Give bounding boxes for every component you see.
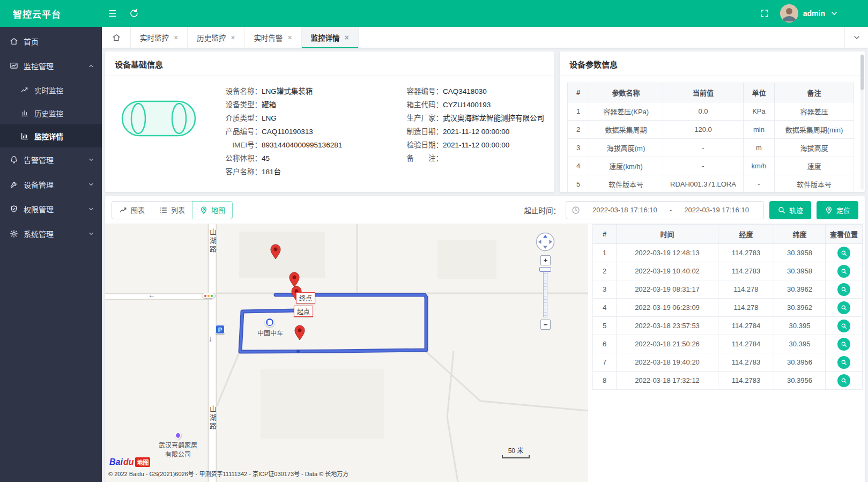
close-icon[interactable]: × (287, 34, 292, 41)
logo-text: Bai (109, 457, 123, 467)
track-row: 12022-03-19 12:48:13114.278330.3958 (593, 244, 863, 262)
view-location-button[interactable] (837, 301, 850, 314)
sidebar-item-realtime-monitor[interactable]: 实时监控 (0, 78, 102, 101)
chart-icon (119, 206, 128, 214)
track-row: 22022-03-19 10:40:02114.278330.3958 (593, 262, 863, 280)
cell: 容器差压 (775, 102, 854, 121)
tab-history-monitor[interactable]: 历史监控 × (188, 27, 244, 48)
zoom-slider-track[interactable] (543, 267, 547, 317)
column-header: 查看位置 (826, 225, 863, 244)
user-menu-chevron-icon[interactable] (830, 9, 839, 18)
close-icon[interactable]: × (174, 34, 178, 41)
sidebar-item-home[interactable]: 首页 (0, 29, 102, 54)
sidebar-label: 告警管理 (24, 154, 54, 165)
baidu-logo: Baidu地图 (109, 457, 150, 467)
sidebar-label: 监控详情 (34, 131, 63, 142)
sidebar-item-permission-management[interactable]: 权限管理 (0, 197, 102, 221)
locate-button[interactable]: 定位 (817, 201, 858, 219)
sidebar-item-system-management[interactable]: 系统管理 (0, 221, 102, 246)
cell: RDAH001.371.LORA (663, 175, 744, 192)
search-icon (777, 206, 786, 214)
cell: 海拔高度(m) (589, 139, 663, 157)
start-time-value[interactable]: 2022-03-18 17:16:10 (583, 206, 666, 214)
sidebar-item-alarm-management[interactable]: 告警管理 (0, 147, 102, 172)
map-canvas[interactable]: 终点 起点 中国中车 P ← ↓ 山湖路 山湖路 (105, 224, 588, 482)
map-marker[interactable] (294, 324, 306, 343)
view-location-button[interactable] (837, 374, 850, 387)
field-label: 检验日期： (396, 138, 443, 152)
tab-home[interactable] (102, 27, 131, 48)
map-pan-control[interactable] (535, 232, 555, 252)
road-direction-arrow: ↓ (209, 335, 212, 343)
button-label: 图表 (131, 205, 145, 215)
tab-list-dropdown-button[interactable] (844, 27, 868, 48)
tab-realtime-monitor[interactable]: 实时监控 × (131, 27, 188, 48)
logo-text: du (123, 457, 134, 467)
params-scrollbar[interactable] (860, 54, 864, 190)
field-label: 公称体积： (214, 152, 262, 165)
cell: 5 (593, 317, 617, 335)
collapse-sidebar-button[interactable] (102, 0, 123, 27)
view-location-button[interactable] (837, 320, 850, 332)
tab-realtime-alarm[interactable]: 实时告警 × (244, 27, 301, 48)
time-range-input[interactable]: 2022-03-18 17:16:10 - 2022-03-19 17:16:1… (566, 201, 764, 219)
cell: 114.278 (718, 280, 774, 299)
sidebar-label: 权限管理 (24, 204, 54, 214)
view-location-button[interactable] (837, 356, 850, 369)
menu-fold-icon (108, 9, 117, 18)
params-row: 3海拔高度(m)-m海拔高度 (568, 139, 854, 157)
list-view-button[interactable]: 列表 (152, 201, 192, 219)
view-location-button[interactable] (837, 338, 850, 351)
search-icon (841, 323, 847, 329)
zoom-in-button[interactable]: + (540, 255, 551, 265)
column-header: # (593, 225, 617, 244)
view-location-button[interactable] (837, 283, 850, 296)
trend-icon (20, 86, 29, 94)
close-icon[interactable]: × (345, 34, 349, 41)
sidebar-item-history-monitor[interactable]: 历史监控 (0, 101, 102, 124)
end-time-value[interactable]: 2022-03-19 17:16:10 (675, 206, 758, 214)
route-start-label: 起点 (294, 306, 313, 317)
scrollbar-thumb[interactable] (860, 55, 864, 90)
username[interactable]: admin (803, 9, 825, 18)
chart-view-button[interactable]: 图表 (112, 201, 152, 219)
map-view-button[interactable]: 地图 (192, 201, 233, 219)
field-value: 89314404000995136281 (262, 138, 342, 152)
params-row: 5软件版本号RDAH001.371.LORA-软件版本号 (568, 175, 854, 192)
chevron-down-icon (88, 181, 94, 188)
fullscreen-icon (760, 9, 769, 18)
sidebar-item-monitor-detail[interactable]: 监控详情 (0, 124, 102, 147)
home-icon (10, 37, 18, 46)
view-location-button[interactable] (837, 247, 850, 259)
poi-label-line: 武汉喜鹊家居 (157, 440, 199, 449)
field-label: IMEI号： (214, 138, 262, 152)
fullscreen-button[interactable] (754, 0, 775, 27)
cell: 114.2783 (718, 372, 774, 390)
sidebar-item-device-management[interactable]: 设备管理 (0, 172, 102, 197)
chevron-down-icon (852, 33, 861, 42)
map-marker[interactable] (270, 243, 281, 262)
cell: 120.0 (663, 121, 744, 139)
tab-label: 监控详情 (311, 32, 340, 43)
track-button[interactable]: 轨迹 (769, 201, 811, 219)
refresh-button[interactable] (123, 0, 145, 27)
device-fields-left: 设备名称：LNG罐式集装箱 设备类型：罐箱 介质类型：LNG 产品编号：CAQ1… (214, 83, 396, 179)
view-location-button[interactable] (837, 265, 850, 278)
road-direction-arrow: ← (148, 291, 155, 299)
close-icon[interactable]: × (231, 34, 235, 41)
search-icon (841, 341, 847, 347)
zoom-out-button[interactable]: − (540, 320, 551, 330)
column-header: 单位 (744, 83, 775, 102)
cell: 软件版本号 (589, 175, 663, 192)
field-label: 箱主代码： (396, 98, 443, 112)
bell-icon (10, 155, 18, 164)
cell: 30.3958 (774, 262, 826, 280)
column-header: 当前值 (663, 83, 744, 102)
sidebar-item-monitor-management[interactable]: 监控管理 (0, 54, 102, 78)
clock-icon (572, 206, 580, 214)
sidebar-label: 实时监控 (34, 85, 63, 95)
avatar[interactable] (780, 4, 798, 23)
tab-monitor-detail[interactable]: 监控详情 × (302, 27, 359, 48)
cell: 1 (568, 102, 589, 121)
zoom-slider-handle[interactable] (539, 267, 551, 272)
